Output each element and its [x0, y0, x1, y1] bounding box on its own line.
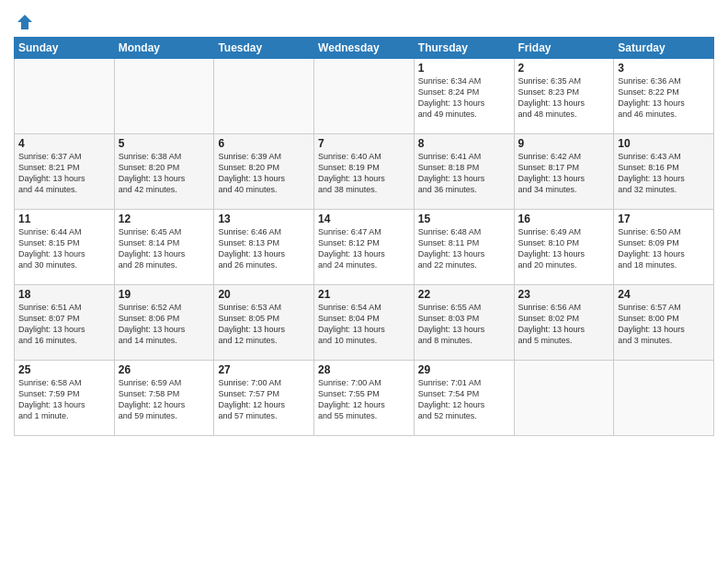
calendar-cell: 26Sunrise: 6:59 AM Sunset: 7:58 PM Dayli… — [114, 361, 214, 436]
calendar-table: SundayMondayTuesdayWednesdayThursdayFrid… — [14, 37, 714, 436]
day-number: 15 — [418, 213, 510, 225]
day-info: Sunrise: 6:39 AM Sunset: 8:20 PM Dayligh… — [218, 151, 310, 196]
calendar-cell: 18Sunrise: 6:51 AM Sunset: 8:07 PM Dayli… — [15, 285, 115, 361]
day-info: Sunrise: 6:36 AM Sunset: 8:22 PM Dayligh… — [618, 75, 710, 121]
day-number: 1 — [418, 62, 510, 75]
calendar-cell: 10Sunrise: 6:43 AM Sunset: 8:16 PM Dayli… — [614, 134, 714, 210]
day-number: 6 — [218, 137, 310, 150]
day-info: Sunrise: 6:52 AM Sunset: 8:06 PM Dayligh… — [119, 302, 210, 347]
week-row-5: 25Sunrise: 6:58 AM Sunset: 7:59 PM Dayli… — [15, 361, 714, 436]
day-info: Sunrise: 6:55 AM Sunset: 8:03 PM Dayligh… — [418, 302, 510, 347]
svg-marker-0 — [17, 15, 32, 29]
day-info: Sunrise: 6:45 AM Sunset: 8:14 PM Dayligh… — [119, 226, 210, 271]
day-number: 14 — [318, 213, 410, 225]
day-number: 29 — [418, 363, 510, 376]
day-number: 26 — [119, 363, 210, 376]
calendar-cell: 29Sunrise: 7:01 AM Sunset: 7:54 PM Dayli… — [414, 361, 514, 436]
weekday-friday: Friday — [514, 38, 614, 59]
calendar-cell: 22Sunrise: 6:55 AM Sunset: 8:03 PM Dayli… — [414, 285, 514, 361]
day-info: Sunrise: 6:49 AM Sunset: 8:10 PM Dayligh… — [518, 226, 610, 271]
day-info: Sunrise: 6:37 AM Sunset: 8:21 PM Dayligh… — [18, 151, 110, 196]
day-info: Sunrise: 6:54 AM Sunset: 8:04 PM Dayligh… — [318, 302, 410, 347]
calendar-cell: 16Sunrise: 6:49 AM Sunset: 8:10 PM Dayli… — [514, 210, 614, 285]
day-info: Sunrise: 6:34 AM Sunset: 8:24 PM Dayligh… — [418, 75, 510, 121]
day-number: 27 — [218, 363, 310, 376]
day-number: 8 — [418, 137, 510, 150]
weekday-sunday: Sunday — [15, 38, 115, 59]
calendar-body: 1Sunrise: 6:34 AM Sunset: 8:24 PM Daylig… — [15, 59, 714, 436]
week-row-1: 1Sunrise: 6:34 AM Sunset: 8:24 PM Daylig… — [15, 59, 714, 134]
header — [14, 9, 714, 31]
page-container: SundayMondayTuesdayWednesdayThursdayFrid… — [0, 0, 728, 443]
day-number: 11 — [18, 213, 110, 225]
week-row-4: 18Sunrise: 6:51 AM Sunset: 8:07 PM Dayli… — [15, 285, 714, 361]
day-info: Sunrise: 6:47 AM Sunset: 8:12 PM Dayligh… — [318, 226, 410, 271]
weekday-tuesday: Tuesday — [214, 38, 314, 59]
calendar-cell: 27Sunrise: 7:00 AM Sunset: 7:57 PM Dayli… — [214, 361, 314, 436]
calendar-cell: 28Sunrise: 7:00 AM Sunset: 7:55 PM Dayli… — [314, 361, 415, 436]
day-number: 23 — [518, 288, 610, 301]
day-info: Sunrise: 6:58 AM Sunset: 7:59 PM Dayligh… — [18, 377, 110, 422]
day-number: 9 — [518, 137, 610, 150]
day-info: Sunrise: 6:44 AM Sunset: 8:15 PM Dayligh… — [18, 226, 110, 271]
day-number: 22 — [418, 288, 510, 301]
calendar-cell: 3Sunrise: 6:36 AM Sunset: 8:22 PM Daylig… — [614, 59, 714, 134]
day-number: 10 — [618, 137, 710, 150]
calendar-cell: 7Sunrise: 6:40 AM Sunset: 8:19 PM Daylig… — [314, 134, 415, 210]
calendar-cell — [214, 59, 314, 134]
day-info: Sunrise: 6:57 AM Sunset: 8:00 PM Dayligh… — [618, 302, 710, 347]
day-info: Sunrise: 6:46 AM Sunset: 8:13 PM Dayligh… — [218, 226, 310, 271]
calendar-cell — [314, 59, 415, 134]
calendar-cell: 8Sunrise: 6:41 AM Sunset: 8:18 PM Daylig… — [414, 134, 514, 210]
calendar-cell: 24Sunrise: 6:57 AM Sunset: 8:00 PM Dayli… — [614, 285, 714, 361]
calendar-cell: 19Sunrise: 6:52 AM Sunset: 8:06 PM Dayli… — [114, 285, 214, 361]
day-number: 2 — [518, 62, 610, 75]
day-info: Sunrise: 6:38 AM Sunset: 8:20 PM Dayligh… — [119, 151, 210, 196]
logo — [14, 13, 34, 31]
calendar-cell: 14Sunrise: 6:47 AM Sunset: 8:12 PM Dayli… — [314, 210, 415, 285]
week-row-3: 11Sunrise: 6:44 AM Sunset: 8:15 PM Dayli… — [15, 210, 714, 285]
calendar-cell — [15, 59, 115, 134]
calendar-cell: 17Sunrise: 6:50 AM Sunset: 8:09 PM Dayli… — [614, 210, 714, 285]
calendar-cell: 4Sunrise: 6:37 AM Sunset: 8:21 PM Daylig… — [15, 134, 115, 210]
calendar-cell: 13Sunrise: 6:46 AM Sunset: 8:13 PM Dayli… — [214, 210, 314, 285]
calendar-cell: 25Sunrise: 6:58 AM Sunset: 7:59 PM Dayli… — [15, 361, 115, 436]
day-number: 5 — [119, 137, 210, 150]
calendar-cell: 23Sunrise: 6:56 AM Sunset: 8:02 PM Dayli… — [514, 285, 614, 361]
day-number: 12 — [119, 213, 210, 225]
calendar-cell: 5Sunrise: 6:38 AM Sunset: 8:20 PM Daylig… — [114, 134, 214, 210]
calendar-cell: 9Sunrise: 6:42 AM Sunset: 8:17 PM Daylig… — [514, 134, 614, 210]
day-number: 7 — [318, 137, 410, 150]
day-number: 20 — [218, 288, 310, 301]
day-number: 24 — [618, 288, 710, 301]
weekday-wednesday: Wednesday — [314, 38, 415, 59]
calendar-cell: 1Sunrise: 6:34 AM Sunset: 8:24 PM Daylig… — [414, 59, 514, 134]
calendar-cell: 20Sunrise: 6:53 AM Sunset: 8:05 PM Dayli… — [214, 285, 314, 361]
calendar-cell: 6Sunrise: 6:39 AM Sunset: 8:20 PM Daylig… — [214, 134, 314, 210]
calendar-cell — [614, 361, 714, 436]
day-info: Sunrise: 6:56 AM Sunset: 8:02 PM Dayligh… — [518, 302, 610, 347]
day-info: Sunrise: 6:35 AM Sunset: 8:23 PM Dayligh… — [518, 75, 610, 121]
weekday-header-row: SundayMondayTuesdayWednesdayThursdayFrid… — [15, 38, 714, 59]
weekday-thursday: Thursday — [414, 38, 514, 59]
day-number: 13 — [218, 213, 310, 225]
day-number: 3 — [618, 62, 710, 75]
day-info: Sunrise: 6:42 AM Sunset: 8:17 PM Dayligh… — [518, 151, 610, 196]
calendar-cell: 2Sunrise: 6:35 AM Sunset: 8:23 PM Daylig… — [514, 59, 614, 134]
calendar-cell: 15Sunrise: 6:48 AM Sunset: 8:11 PM Dayli… — [414, 210, 514, 285]
day-info: Sunrise: 6:53 AM Sunset: 8:05 PM Dayligh… — [218, 302, 310, 347]
weekday-saturday: Saturday — [614, 38, 714, 59]
day-info: Sunrise: 6:59 AM Sunset: 7:58 PM Dayligh… — [119, 377, 210, 422]
day-number: 28 — [318, 363, 410, 376]
day-number: 17 — [618, 213, 710, 225]
calendar-cell — [114, 59, 214, 134]
calendar-cell: 12Sunrise: 6:45 AM Sunset: 8:14 PM Dayli… — [114, 210, 214, 285]
day-info: Sunrise: 6:48 AM Sunset: 8:11 PM Dayligh… — [418, 226, 510, 271]
day-info: Sunrise: 7:01 AM Sunset: 7:54 PM Dayligh… — [418, 377, 510, 422]
day-info: Sunrise: 6:50 AM Sunset: 8:09 PM Dayligh… — [618, 226, 710, 271]
day-info: Sunrise: 6:51 AM Sunset: 8:07 PM Dayligh… — [18, 302, 110, 347]
day-number: 4 — [18, 137, 110, 150]
day-info: Sunrise: 7:00 AM Sunset: 7:55 PM Dayligh… — [318, 377, 410, 422]
calendar-cell: 21Sunrise: 6:54 AM Sunset: 8:04 PM Dayli… — [314, 285, 415, 361]
calendar-cell — [514, 361, 614, 436]
